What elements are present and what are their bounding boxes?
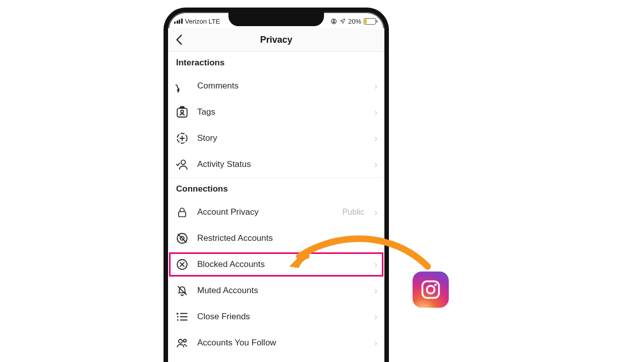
row-tags[interactable]: Tags › — [168, 99, 384, 125]
settings-list: Interactions Comments › Tags › — [168, 52, 384, 362]
row-muted-accounts[interactable]: Muted Accounts › — [168, 278, 384, 304]
restricted-icon — [175, 231, 189, 245]
row-blocked-accounts[interactable]: Blocked Accounts › — [168, 251, 384, 278]
svg-point-4 — [181, 160, 186, 164]
page-title: Privacy — [168, 35, 384, 45]
row-account-privacy[interactable]: Account Privacy Public › — [168, 199, 384, 225]
chevron-right-icon: › — [374, 286, 377, 296]
row-label: Activity Status — [197, 159, 366, 169]
phone-notch — [228, 12, 324, 26]
row-activity-status[interactable]: Activity Status › — [168, 151, 384, 177]
blocked-icon — [175, 257, 189, 272]
lock-icon — [175, 205, 189, 219]
row-label: Restricted Accounts — [197, 233, 366, 243]
people-icon — [175, 336, 189, 350]
row-label: Accounts You Follow — [197, 338, 366, 348]
svg-point-10 — [177, 319, 179, 321]
row-comments[interactable]: Comments › — [168, 73, 384, 99]
svg-point-15 — [434, 284, 437, 286]
battery-icon — [364, 18, 377, 25]
svg-point-2 — [181, 110, 183, 113]
chevron-right-icon: › — [374, 81, 377, 92]
svg-point-9 — [177, 316, 179, 318]
row-label: Blocked Accounts — [197, 259, 366, 269]
location-icon — [340, 18, 346, 24]
row-label: Comments — [197, 81, 366, 91]
chevron-right-icon: › — [374, 133, 377, 144]
close-friends-list-icon — [175, 310, 189, 324]
instagram-icon — [413, 272, 449, 308]
chevron-right-icon: › — [374, 159, 377, 170]
section-heading-interactions: Interactions — [168, 52, 384, 73]
chevron-right-icon: › — [374, 338, 377, 348]
row-label: Muted Accounts — [197, 286, 366, 296]
svg-rect-13 — [423, 282, 439, 298]
muted-bell-icon — [175, 284, 189, 298]
row-value: Public — [342, 208, 364, 217]
svg-point-11 — [179, 339, 183, 343]
row-label: Close Friends — [197, 312, 366, 322]
svg-point-14 — [427, 286, 434, 293]
chevron-right-icon: › — [374, 107, 377, 118]
row-label: Tags — [197, 107, 366, 117]
row-label: Story — [197, 133, 366, 143]
chevron-right-icon: › — [374, 233, 377, 244]
svg-point-12 — [184, 339, 186, 342]
section-heading-connections: Connections — [168, 178, 384, 199]
phone-screen: Verizon LTE 12:09 PM 20% — [168, 12, 384, 362]
story-icon — [175, 131, 189, 145]
svg-rect-5 — [179, 212, 186, 217]
row-close-friends[interactable]: Close Friends › — [168, 304, 384, 330]
comment-icon — [175, 79, 189, 93]
activity-status-icon — [175, 157, 189, 171]
battery-percent: 20% — [348, 18, 361, 25]
phone-frame: Verizon LTE 12:09 PM 20% — [164, 8, 389, 362]
row-accounts-you-follow[interactable]: Accounts You Follow › — [168, 330, 384, 356]
row-label: Account Privacy — [197, 207, 334, 217]
row-story[interactable]: Story › — [168, 125, 384, 151]
signal-bars-icon — [174, 19, 183, 24]
chevron-right-icon: › — [374, 259, 377, 270]
orientation-lock-icon — [331, 18, 337, 25]
nav-header: Privacy — [168, 28, 384, 52]
chevron-right-icon: › — [374, 312, 377, 322]
carrier-label: Verizon LTE — [185, 18, 220, 25]
tag-user-icon — [175, 105, 189, 119]
chevron-right-icon: › — [374, 207, 377, 218]
row-restricted-accounts[interactable]: Restricted Accounts › — [168, 225, 384, 251]
